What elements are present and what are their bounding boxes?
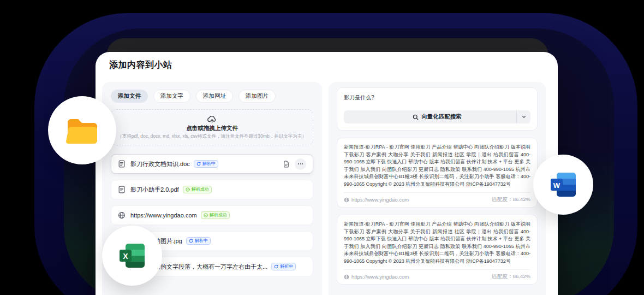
excel-icon: X (118, 243, 146, 268)
stage: 添加内容到小站 添加文件 添加文字 添加网址 添加图片 点击或拖拽上传文件 （支… (0, 0, 644, 295)
main-card: 添加内容到小站 添加文件 添加文字 添加网址 添加图片 点击或拖拽上传文件 （支… (96, 52, 558, 295)
file-name: 影刀行政文档知识.doc (130, 160, 190, 168)
file-name: 影刀小助手2.0.pdf (130, 186, 179, 194)
loading-icon (196, 162, 201, 166)
document-icon (118, 160, 126, 168)
excel-decoration: X (102, 226, 162, 286)
tab-add-text[interactable]: 添加文字 (153, 90, 190, 103)
word-decoration: W (533, 155, 593, 215)
vector-search-button[interactable]: 向量化匹配搜索 (344, 110, 530, 123)
more-actions-button[interactable] (295, 158, 306, 170)
tab-add-file[interactable]: 添加文件 (111, 90, 148, 103)
file-row[interactable]: 影刀小助手2.0.pdf 解析成功 (111, 180, 313, 199)
result-footer: https://www.yingdao.com 匹配度：86.42% (344, 269, 530, 280)
tab-add-image[interactable]: 添加图片 (238, 90, 276, 103)
page-title: 添加内容到小站 (109, 60, 172, 71)
check-circle-icon (186, 187, 190, 192)
add-content-tabs: 添加文件 添加文字 添加网址 添加图片 (111, 90, 313, 103)
row-actions (283, 158, 306, 170)
upload-dropzone[interactable]: 点击或拖拽上传文件 （支持pdf, doc, docx, md, xlsx, x… (111, 109, 313, 145)
query-card: 影刀是什么? 向量化匹配搜索 (337, 87, 538, 131)
search-result-card: 新闻报道-影刀RPA - 影刀官网 使用影刀 产品介绍 帮助中心 向团队介绍影刀… (337, 215, 538, 285)
preview-document-icon[interactable] (283, 161, 290, 168)
file-row[interactable]: 影刀行政文档知识.doc 解析中 (111, 154, 313, 174)
check-circle-icon (204, 213, 208, 217)
tab-add-url[interactable]: 添加网址 (196, 90, 233, 103)
loading-icon (189, 239, 193, 243)
chevron-down-icon (521, 114, 527, 120)
result-text: 新闻报道-影刀RPA - 影刀官网 使用影刀 产品介绍 帮助中心 向团队介绍影刀… (344, 144, 530, 188)
document-icon (118, 186, 126, 193)
globe-icon (118, 211, 126, 219)
search-result-card: 新闻报道-影刀RPA - 影刀官网 使用影刀 产品介绍 帮助中心 向团队介绍影刀… (337, 138, 538, 208)
result-source: https://www.yingdao.com (344, 197, 409, 203)
file-row[interactable]: https://www.yingdao.com 解析成功 (111, 205, 313, 225)
status-badge: 解析成功 (183, 186, 212, 193)
status-badge: 解析中 (271, 263, 296, 270)
vector-search-label: 向量化匹配搜索 (421, 113, 462, 121)
file-name: https://www.yingdao.com (130, 212, 197, 219)
search-mode-dropdown[interactable] (516, 110, 530, 123)
match-score: 匹配度：86.42% (492, 196, 530, 203)
svg-text:W: W (553, 181, 560, 190)
search-panel: 影刀是什么? 向量化匹配搜索 新闻报道-影刀RPA - 影刀官网 使用影刀 产品… (329, 82, 546, 295)
magnifier-icon (413, 114, 419, 120)
word-icon: W (550, 172, 577, 197)
status-badge: 解析中 (194, 160, 218, 168)
folder-decoration (48, 96, 116, 164)
status-badge: 解析成功 (201, 211, 230, 219)
globe-icon (344, 197, 349, 203)
upload-hint: （支持pdf, doc, docx, md, xlsx, xls, csv格式文… (117, 133, 307, 140)
status-badge: 解析中 (186, 237, 211, 245)
loading-icon (274, 264, 278, 269)
folder-icon (64, 116, 100, 145)
svg-text:X: X (123, 252, 128, 261)
result-footer: https://www.yingdao.com 匹配度：86.42% (344, 192, 530, 203)
result-text: 新闻报道-影刀RPA - 影刀官网 使用影刀 产品介绍 帮助中心 向团队介绍影刀… (344, 221, 530, 265)
globe-icon (344, 274, 349, 280)
upload-title: 点击或拖拽上传文件 (186, 125, 238, 132)
query-input[interactable]: 影刀是什么? (344, 94, 530, 102)
cloud-upload-icon (207, 115, 217, 123)
result-source: https://www.yingdao.com (344, 274, 409, 280)
match-score: 匹配度：86.42% (492, 273, 530, 280)
